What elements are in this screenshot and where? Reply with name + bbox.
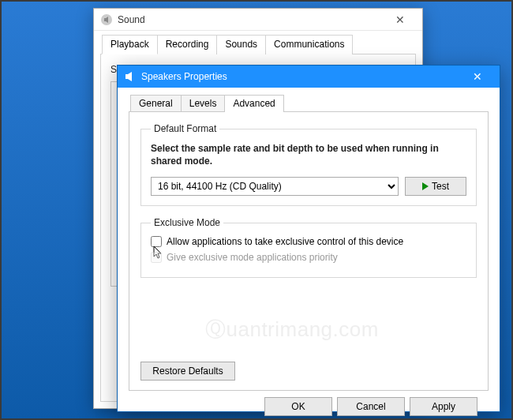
tab-sounds[interactable]: Sounds	[216, 35, 266, 54]
speaker-icon	[124, 70, 137, 83]
svg-rect-1	[125, 74, 128, 79]
ok-button[interactable]: OK	[264, 397, 332, 416]
close-icon[interactable]: ✕	[384, 13, 416, 26]
default-format-desc: Select the sample rate and bit depth to …	[151, 142, 466, 167]
tab-advanced[interactable]: Advanced	[224, 95, 283, 112]
sound-icon	[100, 13, 113, 26]
priority-label: Give exclusive mode applications priorit…	[167, 252, 338, 263]
prop-title: Speakers Properties	[141, 71, 462, 82]
dialog-buttons: OK Cancel Apply	[129, 391, 489, 416]
priority-row: Give exclusive mode applications priorit…	[151, 252, 466, 263]
sound-title: Sound	[118, 14, 384, 25]
tab-recording[interactable]: Recording	[157, 35, 218, 54]
restore-defaults-button[interactable]: Restore Defaults	[140, 362, 235, 381]
sound-titlebar[interactable]: Sound ✕	[94, 9, 422, 31]
cancel-button[interactable]: Cancel	[337, 397, 405, 416]
test-button[interactable]: Test	[405, 177, 466, 196]
exclusive-mode-legend: Exclusive Mode	[151, 217, 223, 228]
default-format-legend: Default Format	[151, 123, 219, 134]
tab-general[interactable]: General	[130, 95, 182, 112]
allow-exclusive-row[interactable]: Allow applications to take exclusive con…	[151, 236, 466, 247]
speakers-properties-window: Speakers Properties ✕ General Levels Adv…	[117, 65, 500, 412]
tab-playback[interactable]: Playback	[102, 35, 158, 54]
apply-button[interactable]: Apply	[410, 397, 477, 416]
prop-tab-content: Default Format Select the sample rate an…	[129, 111, 489, 391]
close-icon[interactable]: ✕	[462, 70, 493, 83]
prop-titlebar[interactable]: Speakers Properties ✕	[118, 66, 500, 88]
tab-communications[interactable]: Communications	[265, 35, 353, 54]
play-icon	[422, 182, 429, 190]
format-select[interactable]: 16 bit, 44100 Hz (CD Quality)	[151, 177, 399, 196]
test-label: Test	[432, 181, 449, 192]
sound-tabs: Playback Recording Sounds Communications	[100, 34, 416, 54]
tab-levels[interactable]: Levels	[181, 95, 226, 112]
default-format-group: Default Format Select the sample rate an…	[140, 123, 477, 206]
priority-checkbox	[151, 252, 162, 263]
allow-exclusive-label: Allow applications to take exclusive con…	[167, 236, 403, 247]
prop-tabs: General Levels Advanced	[129, 94, 489, 111]
exclusive-mode-group: Exclusive Mode Allow applications to tak…	[140, 217, 477, 278]
allow-exclusive-checkbox[interactable]	[151, 236, 162, 247]
